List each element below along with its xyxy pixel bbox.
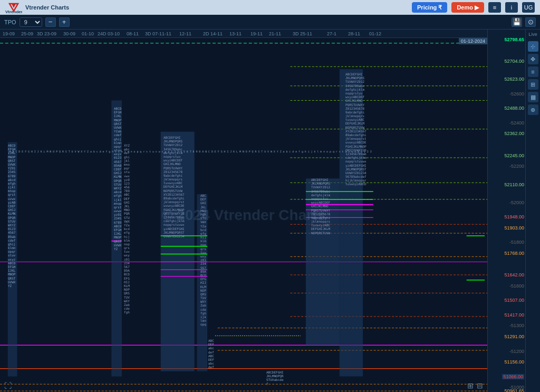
fullscreen-button[interactable]: ⛶: [4, 381, 12, 390]
grid-small-icon[interactable]: ⊞: [467, 381, 474, 390]
time-label-16: 28-11: [348, 31, 360, 36]
live-label: Live: [528, 32, 537, 37]
price-52704: 52704.00: [504, 59, 524, 64]
time-label-12: 19-11: [250, 31, 263, 36]
chart-area[interactable]: 19-09 25-09 3D 23-09 30-09 01-10 24D 03-…: [0, 30, 487, 392]
grid-tool-button[interactable]: ⊞: [528, 79, 538, 90]
price-52000: -52000: [509, 200, 524, 205]
price-51642: 51642.00: [504, 272, 524, 278]
price-52488: 52488.00: [504, 106, 524, 111]
chart-tool-button[interactable]: ▦: [528, 92, 538, 102]
cursor-tool-button[interactable]: ⊹: [528, 41, 538, 52]
tpo-chars-overlay: ABCDEFGHIJKLMNOPQRSTUVWXYZ0123456789abcd…: [0, 38, 487, 392]
hand-tool-button[interactable]: ✥: [528, 54, 538, 64]
zoom-tool-button[interactable]: ⊕: [528, 104, 538, 115]
price-51903: 51903.00: [504, 225, 524, 231]
date-label: 01-12-2024: [459, 38, 487, 44]
bottom-grid-icons: ⊞ ⊟: [467, 381, 483, 390]
svg-rect-28: [306, 178, 340, 345]
minus-button[interactable]: −: [45, 17, 56, 27]
plus-button[interactable]: +: [59, 17, 70, 27]
time-label-6: 24D 03-10: [98, 31, 120, 36]
tpo-label: TPO: [4, 19, 16, 25]
main-area: 19-09 25-09 3D 23-09 30-09 01-10 24D 03-…: [0, 30, 540, 392]
demo-button[interactable]: Demo ▶: [451, 2, 484, 13]
svg-text:A B C D E F G H I J K L M N O : A B C D E F G H I J K L M N O P Q R S T …: [9, 150, 372, 154]
price-52110: 52110.00: [504, 182, 524, 187]
svg-rect-25: [111, 100, 122, 376]
svg-rect-27: [197, 194, 208, 371]
user-button[interactable]: UG: [522, 2, 535, 13]
price-51768: 51768.00: [504, 251, 524, 256]
tpo-select[interactable]: 9 5 15 30: [20, 17, 42, 27]
price-52623: 52623.00: [504, 77, 524, 82]
time-label-1: 19-09: [3, 31, 15, 36]
pricing-button[interactable]: Pricing ₹: [412, 2, 447, 13]
time-label-5: 01-10: [82, 31, 94, 36]
time-label-2: 25-09: [21, 31, 33, 36]
price-51417: 51417.00: [504, 312, 524, 318]
chart-canvas: 01-12-2024 © 2024 Vtrender Charts: [0, 38, 487, 392]
time-label-3: 3D 23-09: [37, 31, 56, 36]
price-52798: 52798.65: [504, 37, 524, 42]
price-51300: -51300: [509, 323, 524, 328]
vtrender-logo-icon: Vtrender: [5, 2, 22, 13]
price-52362: 52362.00: [504, 131, 524, 136]
price-51800: -51800: [509, 240, 524, 245]
time-label-13: 21-11: [269, 31, 281, 36]
time-label-7: 08-11: [127, 31, 139, 36]
price-52245: 52245.00: [504, 153, 524, 158]
time-label-4: 30-09: [63, 31, 75, 36]
price-52600: -52600: [509, 91, 524, 97]
time-label-10: 2D 14-11: [203, 31, 223, 36]
price-51291: 51291.00: [504, 334, 524, 339]
price-51156: 51156.00: [504, 359, 524, 365]
time-axis: 19-09 25-09 3D 23-09 30-09 01-10 24D 03-…: [0, 30, 487, 38]
time-label-9: 12-11: [179, 31, 191, 36]
price-51600: -51600: [509, 283, 524, 289]
time-label-15: 27-1: [327, 31, 336, 36]
nav-right: Pricing ₹ Demo ▶ ≡ i UG: [412, 2, 535, 13]
chart-svg-overlay: A B C D E F G H I J K L M N O P Q R S T …: [0, 38, 487, 392]
price-52200: -52200: [509, 164, 524, 169]
time-label-17: 01-12: [369, 31, 381, 36]
time-label-14: 3D 25-11: [293, 31, 312, 36]
save-button[interactable]: 💾: [512, 17, 522, 27]
svg-rect-29: [340, 69, 363, 376]
top-nav: Vtrender Vtrender Charts Pricing ₹ Demo …: [0, 0, 540, 15]
logo-text: Vtrender Charts: [25, 4, 69, 11]
lines-tool-button[interactable]: ≡: [528, 66, 538, 77]
info-button[interactable]: i: [505, 2, 518, 13]
svg-rect-24: [8, 142, 17, 376]
logo-area: Vtrender Vtrender Charts: [5, 2, 69, 13]
right-panel: Live ⊹ ✥ ≡ ⊞ ▦ ⊕: [525, 30, 540, 392]
price-51948: 51948.00: [504, 214, 524, 219]
time-label-8: 3D 07-11-11: [145, 31, 171, 36]
price-52400: -52400: [509, 120, 524, 126]
price-scale-labels: 52798.65 52704.00 52623.00 -52600 52488.…: [488, 30, 525, 392]
price-scale: 52798.65 52704.00 52623.00 -52600 52488.…: [487, 30, 525, 392]
svg-rect-26: [161, 132, 195, 371]
svg-text:Vtrender: Vtrender: [5, 9, 22, 13]
price-51507: 51507.00: [504, 298, 524, 303]
price-51200: -51200: [509, 349, 524, 354]
price-51066: 51066.00: [502, 374, 524, 379]
target-button[interactable]: ⊙: [525, 17, 536, 27]
toolbar: TPO 9 5 15 30 − + 💾 ⊙: [0, 15, 540, 30]
price-50961: 50961.65: [504, 388, 524, 392]
grid-large-icon[interactable]: ⊟: [477, 381, 483, 390]
watermark: © 2024 Vtrender Charts: [162, 207, 325, 224]
menu-button[interactable]: ≡: [488, 2, 501, 13]
toolbar-right: 💾 ⊙: [512, 17, 536, 27]
time-label-11: 13-11: [229, 31, 242, 36]
